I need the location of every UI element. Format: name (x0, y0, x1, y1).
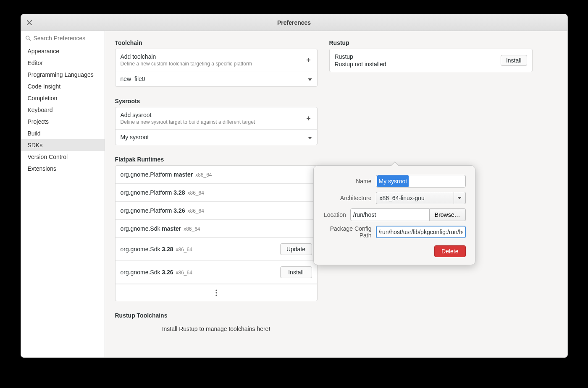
more-button[interactable] (116, 284, 317, 301)
sidebar-item-completion[interactable]: Completion (21, 92, 105, 104)
rustup-install-button[interactable]: Install (501, 55, 527, 66)
browse-button[interactable]: Browse… (430, 208, 466, 221)
section-title-toolchain: Toolchain (115, 39, 318, 46)
field-location: Location Browse… (323, 208, 466, 221)
rustup-toolchains-hint: Install Rustup to manage toolchains here… (115, 321, 318, 332)
close-button[interactable] (24, 18, 34, 28)
architecture-combobox[interactable]: x86_64-linux-gnu (376, 192, 466, 204)
toolchain-section: Toolchain Add toolchain Define a new cus… (115, 39, 318, 87)
rustup-section: Rustup Rustup Rustup not installed Insta… (329, 39, 533, 72)
column-left: Toolchain Add toolchain Define a new cus… (115, 39, 318, 332)
add-sysroot-sublabel: Define a new sysroot target to build aga… (121, 119, 255, 125)
window-title: Preferences (277, 19, 311, 26)
add-sysroot-row[interactable]: Add sysroot Define a new sysroot target … (116, 107, 317, 130)
section-title-sysroots: Sysroots (115, 98, 318, 104)
location-input[interactable] (350, 208, 430, 221)
flatpak-name: org.gnome.Sdk 3.28 x86_64 (121, 246, 192, 253)
main-content: Toolchain Add toolchain Define a new cus… (105, 31, 567, 357)
section-title-rustup: Rustup (329, 39, 533, 46)
toolchain-selected-row[interactable]: new_file0 (116, 71, 317, 86)
chevron-down-icon (308, 134, 312, 141)
toolchain-card: Add toolchain Define a new custom toolch… (115, 49, 318, 87)
sysroot-selected-value: My sysroot (121, 134, 149, 141)
delete-button[interactable]: Delete (434, 245, 465, 257)
toolchain-selected-value: new_file0 (121, 76, 145, 82)
chevron-down-icon (308, 76, 312, 82)
svg-line-1 (29, 39, 30, 40)
search-icon (25, 35, 31, 41)
sysroots-section: Sysroots Add sysroot Define a new sysroo… (115, 98, 318, 145)
search-input[interactable] (34, 35, 100, 42)
flatpak-row: org.gnome.Sdk 3.26 x86_64Install (116, 261, 317, 284)
sidebar-item-build[interactable]: Build (21, 128, 105, 139)
name-label: Name (323, 178, 372, 185)
plus-icon: + (305, 115, 312, 122)
flatpak-name: org.gnome.Sdk master x86_64 (121, 225, 200, 232)
rustup-sublabel: Rustup not installed (335, 61, 386, 68)
add-sysroot-label: Add sysroot (121, 112, 255, 118)
flatpak-name: org.gnome.Platform 3.28 x86_64 (121, 189, 204, 196)
flatpak-row: org.gnome.Sdk 3.28 x86_64Update (116, 238, 317, 261)
sysroot-popover: Name My sysroot Architecture x86_64-linu… (313, 165, 475, 265)
flatpak-name: org.gnome.Platform 3.26 x86_64 (121, 207, 204, 214)
rustup-toolchains-section: Rustup Toolchains Install Rustup to mana… (115, 312, 318, 332)
sidebar-list: AppearanceEditorProgramming LanguagesCod… (21, 45, 105, 357)
sidebar-item-extensions[interactable]: Extensions (21, 163, 105, 174)
flatpak-card: org.gnome.Platform master x86_64org.gnom… (115, 165, 318, 301)
flatpak-row: org.gnome.Platform 3.26 x86_64 (116, 202, 317, 220)
svg-point-4 (215, 294, 217, 296)
plus-icon: + (305, 57, 312, 63)
sidebar-item-editor[interactable]: Editor (21, 57, 105, 69)
flatpak-row: org.gnome.Platform master x86_64 (116, 166, 317, 184)
sidebar-item-sdks[interactable]: SDKs (21, 139, 105, 151)
flatpak-name: org.gnome.Sdk 3.26 x86_64 (121, 269, 192, 276)
flatpak-name: org.gnome.Platform master x86_64 (121, 171, 212, 178)
field-pkgconfig: Package Config Path (323, 225, 466, 239)
sidebar-item-projects[interactable]: Projects (21, 116, 105, 128)
architecture-label: Architecture (323, 195, 372, 201)
close-icon (27, 20, 32, 25)
location-label: Location (323, 211, 346, 218)
name-input[interactable]: My sysroot (376, 175, 466, 187)
section-title-rustup-toolchains: Rustup Toolchains (115, 312, 318, 319)
preferences-window: Preferences AppearanceEditorProgramming … (21, 14, 568, 358)
flatpak-row: org.gnome.Platform 3.28 x86_64 (116, 184, 317, 202)
pkgconfig-label: Package Config Path (323, 225, 372, 239)
update-button[interactable]: Update (280, 243, 312, 255)
sidebar-item-code-insight[interactable]: Code Insight (21, 81, 105, 92)
sidebar-item-version-control[interactable]: Version Control (21, 151, 105, 163)
install-button[interactable]: Install (280, 266, 312, 278)
sidebar: AppearanceEditorProgramming LanguagesCod… (21, 31, 105, 357)
add-toolchain-row[interactable]: Add toolchain Define a new custom toolch… (116, 49, 317, 71)
sidebar-item-programming-languages[interactable]: Programming Languages (21, 69, 105, 81)
rustup-label: Rustup (335, 53, 386, 60)
sysroots-card: Add sysroot Define a new sysroot target … (115, 107, 318, 145)
sidebar-item-keyboard[interactable]: Keyboard (21, 104, 105, 116)
add-toolchain-label: Add toolchain (121, 53, 252, 60)
svg-point-3 (215, 292, 217, 293)
titlebar: Preferences (21, 14, 567, 31)
pkgconfig-input[interactable] (376, 226, 466, 238)
field-name: Name My sysroot (323, 175, 466, 187)
sysroot-selected-row[interactable]: My sysroot (116, 130, 317, 145)
svg-point-2 (215, 289, 217, 291)
chevron-down-icon (454, 192, 465, 204)
search-row (21, 31, 105, 45)
flatpak-row: org.gnome.Sdk master x86_64 (116, 220, 317, 238)
field-architecture: Architecture x86_64-linux-gnu (323, 192, 466, 204)
column-right: Rustup Rustup Rustup not installed Insta… (329, 39, 533, 72)
add-toolchain-sublabel: Define a new custom toolchain targeting … (121, 61, 252, 67)
body: AppearanceEditorProgramming LanguagesCod… (21, 31, 567, 357)
flatpak-section: Flatpak Runtimes org.gnome.Platform mast… (115, 156, 318, 301)
rustup-card: Rustup Rustup not installed Install (329, 49, 533, 72)
sidebar-item-appearance[interactable]: Appearance (21, 45, 105, 57)
architecture-value: x86_64-linux-gnu (376, 192, 454, 204)
section-title-flatpak: Flatpak Runtimes (115, 156, 318, 163)
kebab-icon (215, 289, 217, 296)
